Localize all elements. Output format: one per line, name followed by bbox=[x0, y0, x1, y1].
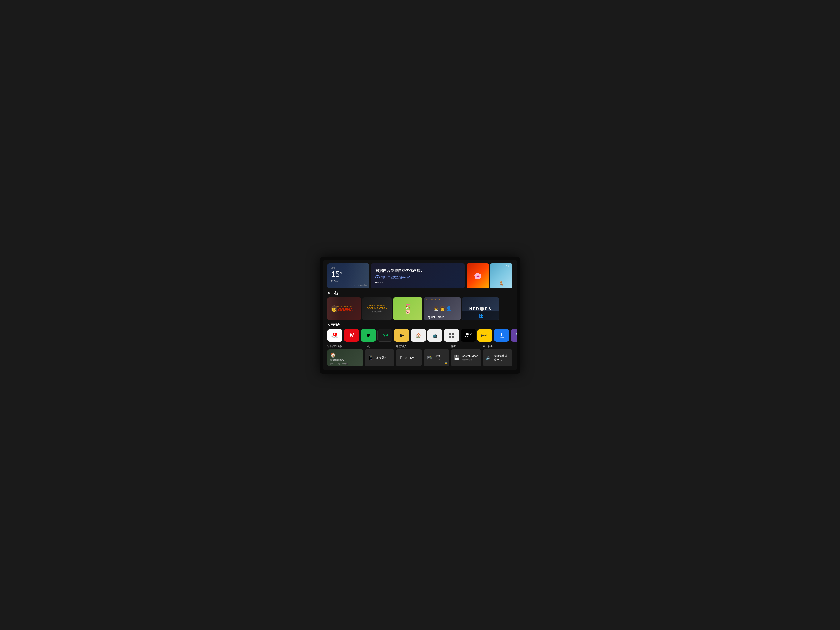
iqiyi-logo: iQIYI bbox=[382, 334, 388, 337]
apps-label: 应用列表 bbox=[327, 323, 513, 327]
top-banner: 上午 15°C 8° / 16° ● AccuWeather 根据内容类型自动优… bbox=[327, 263, 513, 288]
controls-section: 家庭控制面板 🏠 家庭控制面板 powered by ThinQ■ 手机 📱 连… bbox=[327, 344, 513, 366]
youtube-play-btn bbox=[333, 333, 337, 336]
app-youtube[interactable]: YouTube bbox=[327, 329, 343, 342]
facebook-label: Watch bbox=[500, 337, 504, 338]
banner-link[interactable]: ▶ 转到"自动类型选择设置" bbox=[376, 275, 460, 279]
audio-icon: 🔈 bbox=[486, 355, 491, 360]
banner-thumbnails: 🌸 🪑 内容。 bbox=[467, 263, 513, 288]
spotify-logo bbox=[365, 333, 371, 338]
audio-title: 声音输出 bbox=[483, 344, 513, 348]
xsx-icon: 🎮 bbox=[426, 355, 432, 360]
dot-1 bbox=[376, 282, 377, 283]
doc-title: JOCUMENTARY bbox=[367, 307, 387, 310]
tv-frame: 上午 15°C 8° / 16° ● AccuWeather 根据内容类型自动优… bbox=[320, 257, 520, 374]
corner-label: 内容。 bbox=[505, 265, 511, 267]
app-tv[interactable]: 📺 bbox=[428, 329, 442, 342]
app-iqiyi[interactable]: iQIYI bbox=[377, 329, 393, 342]
content-card-documentary[interactable]: AMAZON ORIGINAL JOCUMENTARY 日本語字幕 bbox=[363, 297, 392, 320]
home-control-card[interactable]: 🏠 家庭控制面板 powered by ThinQ■ bbox=[327, 349, 363, 366]
dot-2 bbox=[377, 282, 379, 283]
home-control-group: 家庭控制面板 🏠 家庭控制面板 powered by ThinQ■ bbox=[327, 344, 363, 366]
banner-main: 根据内容类型自动优化画质。 ▶ 转到"自动类型选择设置" bbox=[371, 263, 464, 288]
content-card-heroes[interactable]: HER⚪ES 👥 bbox=[462, 297, 499, 320]
content-card-lorena[interactable]: AMAZON ORIGINAL LORENA 👩 bbox=[327, 297, 361, 320]
peppa-title: Pig bbox=[405, 306, 411, 309]
app-spotify[interactable] bbox=[361, 329, 376, 342]
peppa-brand: Peppa bbox=[405, 303, 411, 306]
app-facebook-watch[interactable]: f Watch bbox=[494, 329, 509, 342]
dot-3 bbox=[380, 282, 381, 283]
weather-provider: ● AccuWeather bbox=[354, 284, 367, 286]
apps-section: 应用列表 YouTube N bbox=[327, 323, 513, 342]
app-viu[interactable]: ▶ viu bbox=[477, 329, 493, 342]
plex-logo: ▶ bbox=[400, 333, 404, 338]
airplay-card[interactable]: ⬆ AirPlay bbox=[396, 349, 422, 366]
app-plex[interactable]: ▶ bbox=[394, 329, 409, 342]
doc-badge: AMAZON ORIGINAL bbox=[367, 305, 387, 306]
content-card-peppa[interactable]: Peppa Pig 🐷 bbox=[393, 297, 423, 320]
app-hbo[interactable]: HBOGO bbox=[461, 329, 476, 342]
thumb-flower: 🌸 bbox=[467, 263, 489, 288]
heroes-badge: AMAZON ORIGINAL bbox=[426, 299, 442, 300]
content-card-regular-heroes[interactable]: 👨‍⚕️👩👤 AMAZON ORIGINAL Regular Heroes bbox=[424, 297, 461, 320]
twitch-icon: 📡 bbox=[516, 333, 517, 338]
thumb-room-card[interactable]: 🪑 内容。 bbox=[490, 263, 513, 288]
apps-row: YouTube N iQIYI bbox=[327, 329, 513, 342]
viu-play: ▶ bbox=[482, 334, 484, 337]
storage-sub: 媒体服务器 bbox=[462, 358, 478, 361]
storage-card[interactable]: 💾 SecretStation 媒体服务器 bbox=[451, 349, 481, 366]
viu-label: viu bbox=[484, 334, 488, 337]
storage-title: 存储 bbox=[451, 344, 481, 348]
home-control-brand: powered by ThinQ■ bbox=[330, 363, 360, 365]
trending-section: 当下流行 AMAZON ORIGINAL LORENA 👩 AMAZON ORI… bbox=[327, 291, 513, 320]
hbo-logo: HBOGO bbox=[465, 332, 472, 339]
facebook-icon: f bbox=[501, 333, 502, 337]
airplay-icon: ⬆ bbox=[399, 355, 403, 360]
audio-group: 声音输出 🔈 光纤输出设备 + 电 bbox=[483, 344, 513, 366]
heroes-title: HER⚪ES bbox=[469, 306, 492, 311]
phone-group: 手机 📱 连接指南 bbox=[365, 344, 395, 366]
phone-name: 连接指南 bbox=[376, 356, 387, 360]
home-control-text: 家庭控制面板 bbox=[330, 358, 360, 362]
tv-input-title: 电视/输入 bbox=[396, 344, 449, 348]
app-grid[interactable] bbox=[444, 329, 459, 342]
tv-input-group: 电视/输入 ⬆ AirPlay 🎮 XSX HDMI 1 bbox=[396, 344, 449, 366]
banner-dots bbox=[376, 282, 460, 283]
lock-icon: 🔒 bbox=[445, 362, 448, 365]
banner-link-icon: ▶ bbox=[376, 275, 380, 279]
weather-card[interactable]: 上午 15°C 8° / 16° ● AccuWeather bbox=[327, 263, 369, 288]
thumb-flower-card[interactable]: 🌸 bbox=[467, 263, 489, 288]
youtube-label: YouTube bbox=[332, 336, 338, 338]
app-twitch[interactable]: 📡 bbox=[511, 329, 517, 342]
tv-screen: 上午 15°C 8° / 16° ● AccuWeather 根据内容类型自动优… bbox=[323, 260, 517, 370]
home-control-icon: 🏠 bbox=[330, 352, 360, 358]
chair-icon: 🪑 bbox=[499, 281, 504, 287]
app-netflix[interactable]: N bbox=[344, 329, 359, 342]
xsx-name: XSX bbox=[434, 355, 442, 358]
phone-icon: 📱 bbox=[368, 355, 373, 360]
phone-card[interactable]: 📱 连接指南 bbox=[365, 349, 395, 366]
app-home[interactable]: 🏠 bbox=[411, 329, 426, 342]
phone-title: 手机 bbox=[365, 344, 395, 348]
storage-name: SecretStation bbox=[462, 354, 478, 357]
audio-name: 光纤输出设备 + 电 bbox=[494, 354, 510, 362]
storage-icon: 💾 bbox=[454, 355, 459, 360]
dot-4 bbox=[382, 282, 383, 283]
xsx-card[interactable]: 🎮 XSX HDMI 1 🔒 bbox=[423, 349, 449, 366]
netflix-logo: N bbox=[350, 332, 354, 338]
regular-heroes-label: Regular Heroes bbox=[426, 316, 444, 319]
storage-group: 存储 💾 SecretStation 媒体服务器 bbox=[451, 344, 481, 366]
banner-title: 根据内容类型自动优化画质。 bbox=[376, 268, 460, 273]
trending-label: 当下流行 bbox=[327, 291, 513, 295]
grid-icon bbox=[449, 333, 454, 338]
tv-icon: 📺 bbox=[433, 333, 438, 338]
home-control-title: 家庭控制面板 bbox=[327, 344, 363, 348]
trending-row: AMAZON ORIGINAL LORENA 👩 AMAZON ORIGINAL… bbox=[327, 297, 513, 320]
airplay-name: AirPlay bbox=[405, 356, 414, 359]
audio-card[interactable]: 🔈 光纤输出设备 + 电 bbox=[483, 349, 513, 366]
home-icon: 🏠 bbox=[416, 333, 421, 338]
xsx-sub: HDMI 1 bbox=[434, 358, 442, 361]
